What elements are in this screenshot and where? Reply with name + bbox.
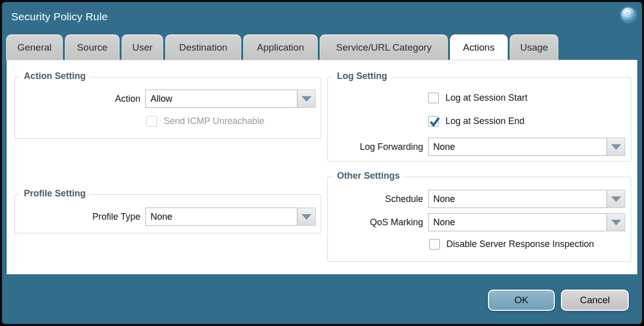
log-setting-group: Log Setting Log at Session Start Log at …	[327, 77, 631, 161]
tab-general[interactable]: General	[6, 34, 63, 60]
disable-server-response-inspection-label: Disable Server Response Inspection	[446, 239, 594, 250]
qos-marking-dropdown-value[interactable]: None	[428, 213, 607, 231]
log-forwarding-dropdown-value[interactable]: None	[428, 138, 607, 156]
security-policy-rule-dialog: Security Policy Rule ? General Source Us…	[2, 2, 642, 324]
schedule-dropdown-value[interactable]: None	[428, 190, 607, 208]
disable-server-response-inspection-checkbox[interactable]	[429, 239, 440, 250]
tab-user[interactable]: User	[122, 34, 163, 60]
schedule-dropdown[interactable]: None	[428, 190, 625, 208]
send-icmp-unreachable-row: Send ICMP Unreachable	[146, 116, 264, 127]
profile-setting-legend: Profile Setting	[20, 188, 90, 199]
log-forwarding-label: Log Forwarding	[328, 138, 423, 156]
log-at-session-end-checkbox[interactable]	[428, 116, 439, 127]
other-settings-group: Other Settings Schedule None QoS Marking…	[327, 177, 631, 262]
chevron-down-icon[interactable]	[297, 90, 316, 108]
profile-type-label: Profile Type	[15, 208, 140, 226]
tab-destination[interactable]: Destination	[165, 34, 241, 60]
tab-source[interactable]: Source	[65, 34, 120, 60]
title-bar: Security Policy Rule ?	[2, 2, 642, 32]
log-session-start-row[interactable]: Log at Session Start	[428, 93, 527, 103]
tab-actions[interactable]: Actions	[450, 34, 508, 60]
send-icmp-unreachable-checkbox	[146, 116, 157, 127]
log-forwarding-dropdown[interactable]: None	[428, 138, 625, 156]
tab-service-url-category[interactable]: Service/URL Category	[320, 34, 448, 60]
profile-type-dropdown[interactable]: None	[145, 208, 316, 226]
chevron-down-icon[interactable]	[607, 190, 625, 208]
ok-button[interactable]: OK	[488, 290, 555, 311]
schedule-label: Schedule	[328, 190, 423, 208]
send-icmp-unreachable-label: Send ICMP Unreachable	[164, 116, 264, 127]
log-at-session-start-label: Log at Session Start	[445, 93, 527, 103]
log-at-session-start-checkbox[interactable]	[428, 93, 439, 103]
tab-usage[interactable]: Usage	[510, 34, 558, 60]
dsri-row[interactable]: Disable Server Response Inspection	[429, 239, 594, 250]
chevron-down-icon[interactable]	[607, 138, 625, 156]
dialog-frame: Security Policy Rule ? General Source Us…	[0, 0, 644, 326]
chevron-down-icon[interactable]	[607, 213, 625, 231]
log-session-end-row[interactable]: Log at Session End	[428, 116, 524, 127]
chevron-down-icon[interactable]	[297, 208, 316, 226]
profile-type-dropdown-value[interactable]: None	[145, 208, 297, 226]
action-setting-group: Action Setting Action Allow Send ICMP Un…	[14, 77, 321, 139]
help-icon[interactable]: ?	[621, 8, 635, 22]
cancel-button[interactable]: Cancel	[561, 290, 629, 311]
content-panel: Action Setting Action Allow Send ICMP Un…	[7, 60, 637, 274]
log-at-session-end-label: Log at Session End	[445, 116, 524, 127]
dialog-title: Security Policy Rule	[11, 11, 108, 23]
other-settings-legend: Other Settings	[333, 171, 404, 181]
qos-marking-dropdown[interactable]: None	[428, 213, 625, 231]
qos-marking-label: QoS Marking	[328, 213, 423, 231]
log-setting-legend: Log Setting	[333, 71, 391, 82]
profile-setting-group: Profile Setting Profile Type None	[14, 194, 321, 233]
action-setting-legend: Action Setting	[20, 71, 90, 82]
tab-application[interactable]: Application	[243, 34, 318, 60]
action-dropdown[interactable]: Allow	[145, 90, 316, 108]
action-dropdown-value[interactable]: Allow	[145, 90, 297, 108]
action-label: Action	[15, 90, 140, 108]
checkmark-icon	[429, 116, 440, 128]
